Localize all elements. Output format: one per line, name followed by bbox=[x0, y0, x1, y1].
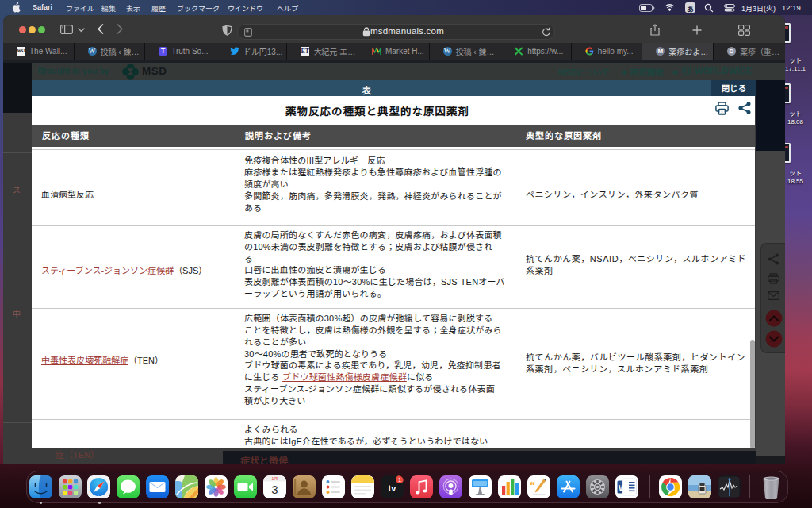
svg-text:tv: tv bbox=[389, 483, 397, 492]
svg-text:1月: 1月 bbox=[272, 475, 278, 480]
svg-text:W: W bbox=[619, 483, 626, 492]
svg-text:“: “ bbox=[530, 479, 535, 491]
svg-text:1: 1 bbox=[398, 475, 401, 483]
svg-text:3: 3 bbox=[272, 483, 278, 496]
